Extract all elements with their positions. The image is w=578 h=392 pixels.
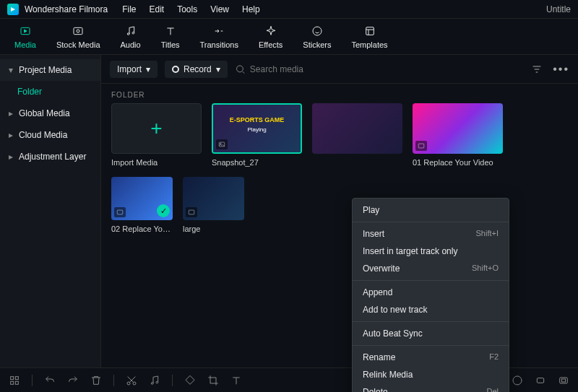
grid-icon[interactable] (9, 375, 20, 386)
image-icon (186, 207, 197, 217)
undo-icon[interactable] (44, 375, 56, 386)
menu-item-insert[interactable]: InsertShift+I (353, 225, 509, 243)
toolbar: Media Stock Media Audio Titles Transitio… (0, 19, 578, 55)
tab-audio[interactable]: Audio (121, 24, 141, 49)
tab-effects[interactable]: Effects (259, 24, 282, 49)
chevron-right-icon: ▸ (9, 152, 14, 162)
search-input[interactable] (250, 64, 524, 74)
crop-icon[interactable] (207, 375, 219, 386)
svg-point-2 (77, 30, 79, 32)
tab-media[interactable]: Media (14, 24, 36, 49)
svg-rect-19 (15, 381, 18, 384)
audio-icon (124, 24, 138, 38)
chevron-down-icon: ▾ (146, 64, 150, 74)
menu-item-append[interactable]: Append (353, 284, 509, 301)
media-card-replace-video[interactable]: 01 Replace Your Video (413, 103, 503, 167)
tab-transitions[interactable]: Transitions (200, 24, 238, 49)
stickers-icon (310, 24, 324, 38)
filter-icon[interactable] (531, 64, 543, 75)
media-icon (18, 24, 33, 38)
tab-stock-media[interactable]: Stock Media (56, 24, 100, 49)
context-menu: PlayInsertShift+IInsert in target track … (352, 198, 509, 392)
menu-view[interactable]: View (210, 4, 229, 14)
tag-icon[interactable] (184, 375, 196, 386)
color-icon[interactable] (512, 375, 523, 386)
chevron-right-icon: ▸ (9, 130, 14, 140)
motion-icon[interactable] (535, 375, 546, 386)
more-icon[interactable]: ••• (553, 63, 569, 76)
svg-point-25 (513, 376, 522, 385)
menu-item-play[interactable]: Play (353, 201, 509, 219)
menu-edit[interactable]: Edit (150, 4, 165, 14)
svg-point-22 (151, 382, 153, 384)
menu-item-relink-media[interactable]: Relink Media (353, 366, 509, 383)
sidebar: ▾ Project Media Folder ▸ Global Media ▸ … (0, 55, 101, 367)
import-dropdown[interactable]: Import ▾ (110, 61, 158, 78)
media-card-replace-photo[interactable]: ✓ 02 Replace Your Photo (111, 177, 173, 233)
folder-label: FOLDER (101, 84, 578, 103)
menu-item-insert-in-target-track-only[interactable]: Insert in target track only (353, 243, 509, 260)
tab-templates[interactable]: Templates (351, 24, 387, 49)
templates-icon (363, 24, 377, 38)
svg-point-3 (127, 33, 129, 35)
svg-rect-26 (537, 378, 543, 383)
svg-point-7 (236, 65, 243, 71)
svg-rect-1 (74, 27, 82, 34)
media-card-large[interactable]: large (183, 177, 244, 233)
plus-icon: + (150, 117, 162, 140)
search-wrap (235, 64, 524, 75)
image-icon (114, 207, 126, 217)
chevron-down-icon: ▾ (216, 64, 220, 74)
redo-icon[interactable] (67, 375, 79, 386)
svg-point-5 (313, 27, 322, 35)
content: Import ▾ Record ▾ ••• FOLDER + Import Me… (101, 55, 578, 367)
svg-point-23 (156, 381, 158, 383)
text-icon[interactable] (230, 375, 242, 386)
cut-icon[interactable] (126, 375, 137, 386)
sidebar-cloud-media[interactable]: ▸ Cloud Media (0, 124, 100, 146)
project-title: Untitle (546, 4, 571, 14)
sidebar-global-media[interactable]: ▸ Global Media (0, 103, 100, 124)
menubar: File Edit Tools View Help (122, 4, 260, 14)
check-icon: ✓ (157, 204, 170, 217)
menu-help[interactable]: Help (242, 4, 260, 14)
tab-titles[interactable]: Titles (161, 24, 180, 49)
stock-media-icon (71, 24, 85, 38)
svg-rect-17 (15, 376, 18, 379)
mask-icon[interactable] (558, 375, 569, 386)
menu-item-auto-beat-sync[interactable]: Auto Beat Sync (353, 325, 509, 342)
chevron-right-icon: ▸ (9, 108, 14, 118)
sidebar-project-media[interactable]: ▾ Project Media (0, 59, 100, 81)
menu-tools[interactable]: Tools (177, 4, 197, 14)
menu-file[interactable]: File (122, 4, 136, 14)
tab-stickers[interactable]: Stickers (303, 24, 331, 49)
svg-rect-6 (366, 27, 374, 35)
music-icon[interactable] (149, 375, 160, 386)
search-icon (235, 64, 246, 75)
svg-rect-10 (418, 144, 424, 148)
svg-rect-16 (11, 376, 14, 379)
media-card-snapshot[interactable]: E-SPORTS GAME Playing Snapshot_27 (212, 103, 302, 167)
app-logo (7, 4, 19, 15)
content-bar: Import ▾ Record ▾ ••• (101, 55, 578, 84)
menu-item-overwrite[interactable]: OverwriteShift+O (353, 260, 509, 277)
svg-rect-11 (117, 210, 123, 214)
effects-icon (264, 24, 278, 38)
svg-rect-27 (560, 378, 568, 383)
image-icon (216, 139, 228, 149)
record-dropdown[interactable]: Record ▾ (165, 61, 228, 78)
menu-item-add-to-new-track[interactable]: Add to new track (353, 301, 509, 318)
transitions-icon (212, 24, 226, 38)
media-card-gamer[interactable] (312, 103, 402, 167)
import-media-card[interactable]: + Import Media (111, 103, 202, 167)
titles-icon (163, 24, 178, 38)
delete-icon[interactable] (90, 375, 102, 386)
app-name: Wondershare Filmora (25, 4, 108, 14)
menu-item-rename[interactable]: RenameF2 (353, 349, 509, 366)
sidebar-adjustment-layer[interactable]: ▸ Adjustment Layer (0, 146, 100, 167)
sidebar-folder[interactable]: Folder (0, 81, 100, 103)
image-icon (415, 141, 427, 151)
menu-item-delete[interactable]: DeleteDel (353, 383, 509, 392)
svg-rect-28 (561, 379, 565, 382)
svg-rect-18 (11, 381, 14, 384)
